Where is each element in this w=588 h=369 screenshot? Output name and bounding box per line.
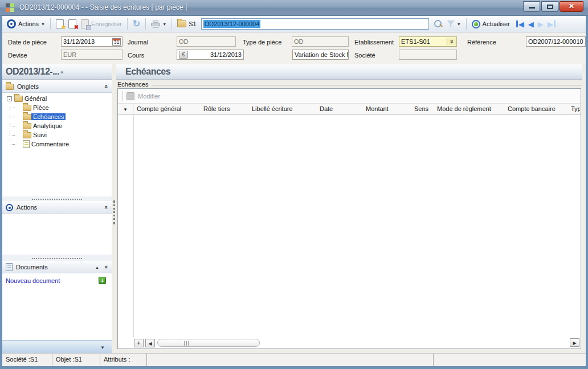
etablissement-dropdown-icon[interactable]: « bbox=[447, 38, 456, 46]
status-extra bbox=[147, 354, 434, 366]
save-button[interactable]: Enregistrer bbox=[79, 18, 124, 30]
main-panel-header: Echéances bbox=[116, 64, 582, 80]
etablissement-value: ETS1-S01 bbox=[401, 38, 430, 45]
record-navigation: ◀ ◀ ▶ ▶ bbox=[516, 20, 556, 28]
tree-item-label[interactable]: Pièce bbox=[31, 104, 51, 111]
row-selector-header[interactable]: ▼ bbox=[118, 104, 133, 114]
devise-label: Devise bbox=[8, 52, 27, 59]
printer-icon bbox=[151, 20, 160, 28]
status-objet: Objet :S1 bbox=[52, 354, 100, 366]
scrollbar-grip-icon bbox=[184, 341, 189, 346]
first-record-button[interactable]: ◀ bbox=[516, 20, 524, 28]
actualiser-button[interactable]: Actualiser bbox=[469, 19, 512, 30]
column-header[interactable]: Type bbox=[567, 104, 580, 114]
search-button[interactable] bbox=[431, 18, 445, 30]
tree-item-echeances[interactable]: Echéances bbox=[2, 112, 112, 121]
etablissement-combo[interactable]: ETS1-S01 « bbox=[399, 36, 457, 47]
euro-icon[interactable]: € bbox=[179, 51, 188, 59]
tree-expander-icon[interactable]: - bbox=[7, 96, 12, 101]
add-row-button[interactable]: + bbox=[134, 339, 144, 347]
next-record-button[interactable]: ▶ bbox=[538, 20, 544, 28]
filter-button[interactable]: ▼ bbox=[445, 19, 463, 28]
actions-target-icon bbox=[7, 19, 16, 28]
refresh-record-button[interactable]: ↻ bbox=[130, 19, 142, 29]
horizontal-scrollbar-thumb[interactable] bbox=[157, 339, 260, 347]
documents-collapse-icon[interactable]: « bbox=[103, 265, 110, 269]
cours-label: Cours bbox=[128, 52, 144, 59]
actions-section-header[interactable]: Actions « bbox=[2, 201, 112, 214]
search-icon bbox=[434, 19, 443, 28]
company-folder-button[interactable]: S1 bbox=[175, 19, 198, 28]
commentaire-document-icon bbox=[23, 140, 30, 148]
actions-collapse-icon[interactable]: « bbox=[103, 206, 110, 209]
next-record-icon: ▶ bbox=[538, 20, 544, 28]
reference-field[interactable]: OD2007/12-000010 bbox=[526, 36, 586, 47]
tree-item-label[interactable]: Analytique bbox=[31, 122, 64, 129]
journal-value: OD bbox=[179, 38, 189, 45]
date-piece-label: Date de pièce bbox=[8, 39, 47, 46]
documents-sort-icon[interactable]: ▲ bbox=[95, 265, 99, 269]
last-record-button[interactable]: ▶ bbox=[548, 20, 556, 28]
sidebar-collapse-icon[interactable]: « bbox=[60, 69, 64, 75]
tree-item-label[interactable]: Commentaire bbox=[30, 141, 71, 147]
print-button[interactable]: ▼ bbox=[149, 19, 169, 29]
tree-connector bbox=[10, 126, 15, 126]
calendar-icon[interactable]: 31 bbox=[112, 38, 121, 46]
toolbar-separator bbox=[172, 18, 172, 30]
tree-item-piece[interactable]: Pièce bbox=[2, 103, 112, 112]
column-header[interactable]: Mode de règlement bbox=[434, 104, 504, 114]
documents-section-header[interactable]: Documents ▲ « bbox=[2, 261, 112, 273]
echeances-folder-open-icon bbox=[23, 114, 31, 120]
group-label-text: Echéances bbox=[117, 81, 148, 88]
new-record-button[interactable]: ★ bbox=[54, 18, 66, 30]
tree-item-suivi[interactable]: Suivi bbox=[2, 130, 112, 140]
actions-section-icon bbox=[6, 204, 13, 211]
minimize-icon bbox=[529, 7, 535, 9]
maximize-button[interactable] bbox=[541, 1, 558, 12]
tree-item-analytique[interactable]: Analytique bbox=[2, 121, 112, 130]
previous-record-icon: ◀ bbox=[528, 20, 534, 28]
minimize-button[interactable] bbox=[523, 1, 540, 12]
onglets-collapse-icon[interactable]: « bbox=[103, 85, 110, 88]
sidebar-footer-dropdown-icon[interactable]: ▼ bbox=[100, 345, 105, 350]
add-document-icon[interactable]: + bbox=[99, 277, 106, 284]
cours-field[interactable]: € 31/12/2013 bbox=[177, 50, 244, 60]
column-header[interactable]: Date bbox=[316, 104, 362, 114]
scroll-left-button[interactable]: ◀ bbox=[145, 339, 155, 347]
sidebar-splitter-handle[interactable] bbox=[113, 200, 115, 224]
date-piece-field[interactable]: 31/12/2013 31 bbox=[61, 36, 122, 47]
onglets-section-header[interactable]: Onglets « bbox=[2, 80, 112, 93]
column-header[interactable]: Compte bancaire bbox=[504, 104, 567, 114]
tree-item-label[interactable]: Général bbox=[23, 95, 48, 102]
group-label-rule bbox=[152, 85, 582, 85]
column-header[interactable]: Libellé écriture bbox=[248, 104, 316, 114]
window-controls: ✕ bbox=[523, 1, 583, 12]
modify-button[interactable]: Modifier bbox=[138, 93, 160, 100]
actions-menu-button[interactable]: Actions ▼ bbox=[5, 18, 47, 30]
column-header[interactable]: Sens bbox=[411, 104, 434, 114]
close-button[interactable]: ✕ bbox=[560, 1, 583, 12]
titlebar[interactable]: OD2013/12-000004 - - Saisie des écriture… bbox=[0, 0, 588, 16]
tree-item-commentaire[interactable]: Commentaire bbox=[2, 140, 112, 149]
filter-funnel-icon bbox=[447, 20, 455, 27]
column-header[interactable]: Rôle tiers bbox=[200, 104, 248, 114]
previous-record-button[interactable]: ◀ bbox=[528, 20, 534, 28]
tree-item-general[interactable]: - Général bbox=[2, 94, 112, 103]
tree-item-label[interactable]: Echéances bbox=[31, 113, 66, 120]
column-header[interactable]: Compte général bbox=[133, 104, 200, 114]
new-document-link[interactable]: Nouveau document bbox=[6, 277, 60, 284]
column-header[interactable]: Montant bbox=[362, 104, 411, 114]
scroll-right-button[interactable]: ▶ bbox=[570, 338, 579, 347]
documents-section-icon bbox=[6, 263, 13, 271]
filter-dropdown-icon: ▼ bbox=[457, 22, 461, 26]
tree-item-label[interactable]: Suivi bbox=[31, 132, 48, 138]
save-button-label: Enregistrer bbox=[91, 20, 122, 27]
delete-record-button[interactable]: ✖ bbox=[66, 18, 79, 30]
tabs-tree: - Général Pièce Echéances Analytiq bbox=[2, 94, 112, 149]
first-record-icon: ◀ bbox=[518, 20, 524, 28]
general-folder-icon bbox=[14, 96, 23, 102]
document-search-input[interactable]: OD2013/12-000004 bbox=[201, 18, 429, 30]
devise-field: EUR bbox=[61, 50, 122, 60]
libelle-field[interactable]: Variation de Stock M bbox=[292, 50, 349, 60]
main-toolbar: Actions ▼ ★ ✖ Enregistrer ↻ ▼ S1 OD2013/… bbox=[2, 16, 586, 32]
